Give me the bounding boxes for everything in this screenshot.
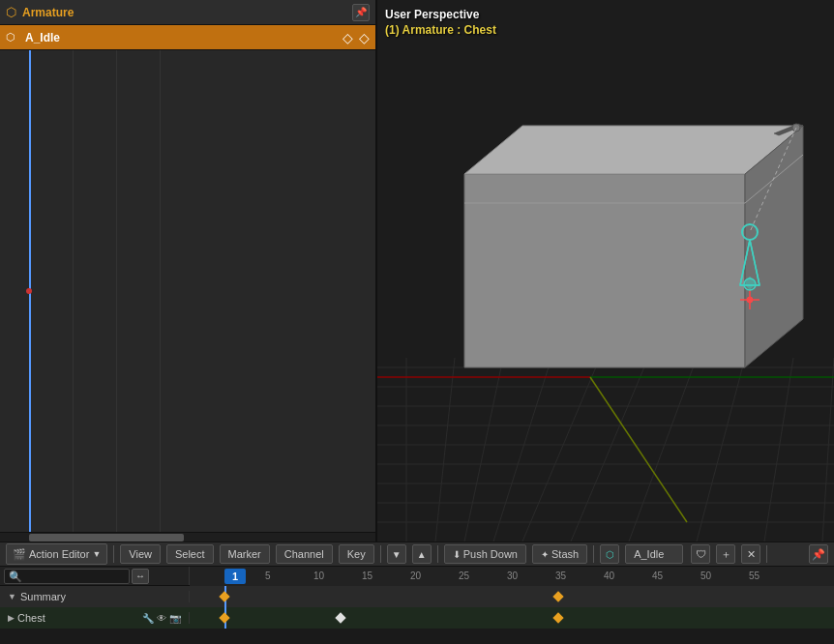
unlink-action-btn[interactable]: ✕ (741, 544, 760, 564)
view-label: View (129, 548, 152, 560)
summary-row: ▼ Summary (0, 586, 834, 607)
track-type-icon: ⬡ (6, 31, 15, 44)
keyframe-marker (26, 288, 32, 294)
timeline-ruler-ticks: 1 5 10 15 20 25 30 35 40 45 50 55 (190, 567, 834, 586)
tick-5: 5 (265, 571, 271, 581)
keyframe-left-icon[interactable]: ◇ (343, 30, 353, 45)
search-ruler-row: ↔ 1 5 10 15 20 25 30 35 40 45 50 55 (0, 567, 834, 586)
ae-track-row: ⬡ A_Idle ◇ ◇ (0, 25, 375, 50)
filter-up-btn[interactable]: ▲ (412, 544, 432, 564)
toolbar-sep-4 (593, 545, 594, 563)
action-name-display[interactable]: A_Idle (625, 544, 683, 564)
action-selector-icon[interactable]: ⬡ (600, 544, 619, 564)
tick-10: 10 (313, 571, 324, 581)
editor-type-label: Action Editor (29, 548, 89, 560)
armature-icon: ⬡ (6, 5, 16, 19)
summary-track (190, 586, 834, 607)
v-line-2 (73, 50, 74, 532)
push-down-icon: ⬇ (453, 549, 461, 560)
search-input[interactable] (4, 569, 130, 584)
ae-scrollbar-thumb[interactable] (29, 534, 184, 542)
filter-btn[interactable]: ▼ (387, 544, 406, 564)
marker-menu-btn[interactable]: Marker (220, 544, 270, 564)
tick-25: 25 (459, 571, 469, 581)
channel-rows: ▼ Summary ▶ Chest 🔧 👁 📷 (0, 586, 834, 629)
chest-key-2 (335, 612, 345, 623)
tick-40: 40 (604, 571, 614, 581)
tick-45: 45 (652, 571, 663, 581)
svg-marker-24 (464, 126, 803, 174)
ae-timeline-area (0, 50, 375, 532)
ae-track-controls: ◇ ◇ (343, 30, 370, 45)
action-editor-panel: ⬡ Armature 📌 ⬡ A_Idle ◇ ◇ (0, 0, 377, 542)
editor-type-selector[interactable]: 🎬 Action Editor ▼ (6, 543, 107, 565)
chest-render-icon[interactable]: 📷 (169, 613, 181, 624)
tick-15: 15 (362, 571, 372, 581)
chest-text: Chest (17, 612, 45, 624)
stash-icon: ✦ (541, 549, 549, 560)
vp-perspective-label: User Perspective (385, 8, 496, 21)
ae-header: ⬡ Armature 📌 (0, 0, 375, 25)
push-down-label: Push Down (463, 548, 518, 560)
select-label: Select (175, 548, 205, 560)
tick-30: 30 (507, 571, 518, 581)
channel-menu-btn[interactable]: Channel (276, 544, 333, 564)
new-action-btn[interactable]: ＋ (716, 544, 735, 564)
keyframe-right-icon[interactable]: ◇ (359, 30, 370, 45)
select-menu-btn[interactable]: Select (166, 544, 214, 564)
chest-wrench-icon[interactable]: 🔧 (142, 613, 154, 624)
viewport-scene (377, 0, 834, 542)
current-frame-indicator: 1 (224, 569, 246, 584)
summary-collapse-icon[interactable]: ▼ (8, 592, 16, 601)
summary-label-cell: ▼ Summary (0, 591, 190, 602)
stash-label: Stash (551, 548, 579, 560)
search-sync-btn[interactable]: ↔ (132, 569, 149, 584)
key-menu-btn[interactable]: Key (339, 544, 374, 564)
vp-object-label: (1) Armature : Chest (385, 23, 496, 37)
action-name-text: A_Idle (634, 548, 664, 560)
stash-btn[interactable]: ✦ Stash (532, 544, 587, 564)
tick-35: 35 (555, 571, 566, 581)
chest-expand-icon[interactable]: ▶ (8, 613, 15, 623)
toolbar-sep-3 (437, 545, 438, 563)
toolbar-sep-1 (113, 545, 114, 563)
ae-armature-label: Armature (22, 6, 74, 19)
editor-type-chevron: ▼ (92, 549, 101, 559)
chest-key-1 (219, 612, 229, 623)
viewport-panel: User Perspective (1) Armature : Chest (377, 0, 834, 542)
push-down-btn[interactable]: ⬇ Push Down (444, 544, 526, 564)
summary-key-1 (219, 591, 229, 601)
marker-label: Marker (228, 548, 261, 560)
v-line-3 (116, 50, 117, 532)
key-label: Key (347, 548, 366, 560)
ae-pin-btn[interactable]: 📌 (352, 4, 370, 21)
current-frame-number: 1 (232, 571, 238, 582)
ae-track-name: A_Idle (25, 31, 60, 44)
bottom-toolbar: 🎬 Action Editor ▼ View Select Marker Cha… (0, 542, 834, 567)
tick-20: 20 (410, 571, 421, 581)
editor-type-icon: 🎬 (13, 548, 26, 561)
tick-50: 50 (700, 571, 711, 581)
chest-key-3 (552, 612, 563, 623)
viewport-header: User Perspective (1) Armature : Chest (385, 8, 496, 37)
chest-row: ▶ Chest 🔧 👁 📷 (0, 607, 834, 629)
channel-label: Channel (284, 548, 324, 560)
tick-55: 55 (749, 571, 760, 581)
toolbar-sep-2 (380, 545, 381, 563)
fake-user-btn[interactable]: 🛡 (691, 544, 710, 564)
chest-label-cell: ▶ Chest 🔧 👁 📷 (0, 612, 190, 624)
ae-scrollbar[interactable] (0, 532, 375, 542)
toolbar-sep-5 (766, 545, 767, 563)
summary-text: Summary (20, 591, 66, 602)
view-menu-btn[interactable]: View (120, 544, 161, 564)
chest-eye-icon[interactable]: 👁 (157, 613, 166, 624)
chest-track (190, 607, 834, 629)
v-line-4 (160, 50, 161, 532)
summary-key-2 (552, 591, 563, 601)
pin-right-btn[interactable]: 📌 (809, 544, 828, 564)
